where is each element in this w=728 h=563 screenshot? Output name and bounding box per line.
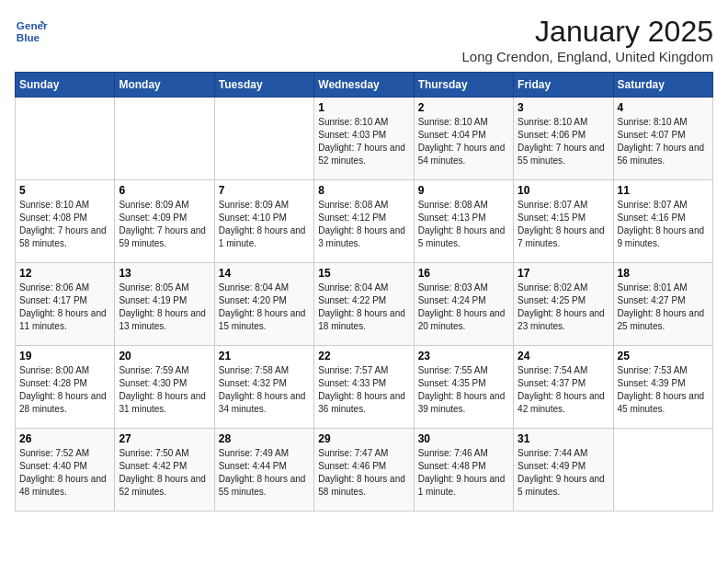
day-info: Sunrise: 7:52 AM Sunset: 4:40 PM Dayligh… (19, 447, 110, 499)
calendar-cell (115, 98, 214, 180)
day-info: Sunrise: 8:08 AM Sunset: 4:13 PM Dayligh… (418, 199, 509, 250)
calendar-cell: 6Sunrise: 8:09 AM Sunset: 4:09 PM Daylig… (115, 180, 214, 263)
calendar-table: SundayMondayTuesdayWednesdayThursdayFrid… (15, 72, 713, 511)
day-number: 30 (418, 432, 509, 445)
day-number: 9 (418, 184, 509, 197)
day-number: 31 (518, 432, 609, 445)
day-number: 23 (418, 350, 509, 362)
calendar-cell: 19Sunrise: 8:00 AM Sunset: 4:28 PM Dayli… (16, 346, 115, 429)
day-info: Sunrise: 7:53 AM Sunset: 4:39 PM Dayligh… (618, 364, 709, 416)
calendar-cell: 3Sunrise: 8:10 AM Sunset: 4:06 PM Daylig… (514, 98, 613, 180)
day-info: Sunrise: 8:00 AM Sunset: 4:28 PM Dayligh… (19, 364, 110, 416)
week-row-5: 26Sunrise: 7:52 AM Sunset: 4:40 PM Dayli… (16, 429, 713, 511)
day-info: Sunrise: 8:07 AM Sunset: 4:15 PM Dayligh… (518, 199, 609, 250)
calendar-cell: 21Sunrise: 7:58 AM Sunset: 4:32 PM Dayli… (214, 346, 313, 429)
week-row-2: 5Sunrise: 8:10 AM Sunset: 4:08 PM Daylig… (16, 180, 713, 263)
location: Long Crendon, England, United Kingdom (461, 49, 713, 64)
day-info: Sunrise: 8:02 AM Sunset: 4:25 PM Dayligh… (518, 282, 609, 333)
day-number: 2 (418, 101, 509, 114)
day-number: 26 (19, 432, 110, 445)
day-number: 28 (219, 432, 310, 445)
day-info: Sunrise: 8:04 AM Sunset: 4:22 PM Dayligh… (318, 282, 409, 333)
days-header-row: SundayMondayTuesdayWednesdayThursdayFrid… (16, 73, 713, 98)
day-number: 16 (418, 267, 509, 280)
day-number: 18 (618, 267, 709, 280)
calendar-cell: 7Sunrise: 8:09 AM Sunset: 4:10 PM Daylig… (214, 180, 313, 263)
page-header: General Blue January 2025 Long Crendon, … (15, 15, 713, 64)
day-info: Sunrise: 7:46 AM Sunset: 4:48 PM Dayligh… (418, 447, 509, 499)
day-number: 21 (219, 350, 310, 362)
day-info: Sunrise: 7:47 AM Sunset: 4:46 PM Dayligh… (318, 447, 409, 499)
header-day-wednesday: Wednesday (314, 73, 414, 98)
day-number: 17 (518, 267, 609, 280)
calendar-cell: 1Sunrise: 8:10 AM Sunset: 4:03 PM Daylig… (314, 98, 414, 180)
day-number: 12 (19, 267, 110, 280)
day-number: 11 (618, 184, 709, 197)
logo-icon: General Blue (15, 15, 48, 48)
calendar-cell: 26Sunrise: 7:52 AM Sunset: 4:40 PM Dayli… (16, 429, 115, 511)
day-info: Sunrise: 8:07 AM Sunset: 4:16 PM Dayligh… (618, 199, 709, 250)
day-info: Sunrise: 7:50 AM Sunset: 4:42 PM Dayligh… (119, 447, 210, 499)
svg-text:Blue: Blue (17, 31, 40, 43)
calendar-cell: 4Sunrise: 8:10 AM Sunset: 4:07 PM Daylig… (613, 98, 712, 180)
calendar-cell: 5Sunrise: 8:10 AM Sunset: 4:08 PM Daylig… (16, 180, 115, 263)
week-row-3: 12Sunrise: 8:06 AM Sunset: 4:17 PM Dayli… (16, 263, 713, 346)
day-number: 24 (518, 350, 609, 362)
week-row-4: 19Sunrise: 8:00 AM Sunset: 4:28 PM Dayli… (16, 346, 713, 429)
calendar-cell: 23Sunrise: 7:55 AM Sunset: 4:35 PM Dayli… (414, 346, 513, 429)
day-number: 7 (219, 184, 310, 197)
logo: General Blue (15, 15, 48, 48)
day-info: Sunrise: 8:04 AM Sunset: 4:20 PM Dayligh… (219, 282, 310, 333)
day-info: Sunrise: 8:06 AM Sunset: 4:17 PM Dayligh… (19, 282, 110, 333)
day-info: Sunrise: 7:49 AM Sunset: 4:44 PM Dayligh… (219, 447, 310, 499)
day-number: 20 (119, 350, 210, 362)
day-number: 15 (318, 267, 409, 280)
calendar-cell (214, 98, 313, 180)
day-info: Sunrise: 8:10 AM Sunset: 4:04 PM Dayligh… (418, 116, 509, 167)
month-title: January 2025 (461, 15, 713, 49)
day-number: 8 (318, 184, 409, 197)
calendar-cell: 30Sunrise: 7:46 AM Sunset: 4:48 PM Dayli… (414, 429, 513, 511)
calendar-cell: 25Sunrise: 7:53 AM Sunset: 4:39 PM Dayli… (613, 346, 712, 429)
calendar-cell: 9Sunrise: 8:08 AM Sunset: 4:13 PM Daylig… (414, 180, 513, 263)
calendar-cell: 24Sunrise: 7:54 AM Sunset: 4:37 PM Dayli… (514, 346, 613, 429)
day-info: Sunrise: 8:03 AM Sunset: 4:24 PM Dayligh… (418, 282, 509, 333)
calendar-cell: 13Sunrise: 8:05 AM Sunset: 4:19 PM Dayli… (115, 263, 214, 346)
day-number: 14 (219, 267, 310, 280)
day-number: 19 (19, 350, 110, 362)
header-day-monday: Monday (115, 73, 214, 98)
day-number: 4 (618, 101, 709, 114)
calendar-cell: 31Sunrise: 7:44 AM Sunset: 4:49 PM Dayli… (514, 429, 613, 511)
week-row-1: 1Sunrise: 8:10 AM Sunset: 4:03 PM Daylig… (16, 98, 713, 180)
day-info: Sunrise: 7:59 AM Sunset: 4:30 PM Dayligh… (119, 364, 210, 416)
day-info: Sunrise: 8:09 AM Sunset: 4:10 PM Dayligh… (219, 199, 310, 250)
header-day-thursday: Thursday (414, 73, 513, 98)
day-info: Sunrise: 8:10 AM Sunset: 4:08 PM Dayligh… (19, 199, 110, 250)
header-day-friday: Friday (514, 73, 613, 98)
title-block: January 2025 Long Crendon, England, Unit… (461, 15, 713, 64)
day-number: 29 (318, 432, 409, 445)
calendar-cell: 16Sunrise: 8:03 AM Sunset: 4:24 PM Dayli… (414, 263, 513, 346)
day-number: 1 (318, 101, 409, 114)
calendar-cell: 2Sunrise: 8:10 AM Sunset: 4:04 PM Daylig… (414, 98, 513, 180)
day-info: Sunrise: 7:54 AM Sunset: 4:37 PM Dayligh… (518, 364, 609, 416)
svg-text:General: General (17, 19, 48, 31)
calendar-cell: 28Sunrise: 7:49 AM Sunset: 4:44 PM Dayli… (214, 429, 313, 511)
day-info: Sunrise: 8:10 AM Sunset: 4:07 PM Dayligh… (618, 116, 709, 167)
calendar-cell: 14Sunrise: 8:04 AM Sunset: 4:20 PM Dayli… (214, 263, 313, 346)
calendar-cell: 18Sunrise: 8:01 AM Sunset: 4:27 PM Dayli… (613, 263, 712, 346)
day-number: 3 (518, 101, 609, 114)
calendar-cell: 10Sunrise: 8:07 AM Sunset: 4:15 PM Dayli… (514, 180, 613, 263)
day-info: Sunrise: 8:10 AM Sunset: 4:06 PM Dayligh… (518, 116, 609, 167)
calendar-cell (613, 429, 712, 511)
calendar-cell: 15Sunrise: 8:04 AM Sunset: 4:22 PM Dayli… (314, 263, 414, 346)
calendar-cell: 12Sunrise: 8:06 AM Sunset: 4:17 PM Dayli… (16, 263, 115, 346)
day-info: Sunrise: 8:09 AM Sunset: 4:09 PM Dayligh… (119, 199, 210, 250)
day-info: Sunrise: 8:01 AM Sunset: 4:27 PM Dayligh… (618, 282, 709, 333)
day-info: Sunrise: 7:44 AM Sunset: 4:49 PM Dayligh… (518, 447, 609, 499)
calendar-cell: 29Sunrise: 7:47 AM Sunset: 4:46 PM Dayli… (314, 429, 414, 511)
day-number: 22 (318, 350, 409, 362)
header-day-tuesday: Tuesday (214, 73, 313, 98)
calendar-cell: 27Sunrise: 7:50 AM Sunset: 4:42 PM Dayli… (115, 429, 214, 511)
day-number: 5 (19, 184, 110, 197)
